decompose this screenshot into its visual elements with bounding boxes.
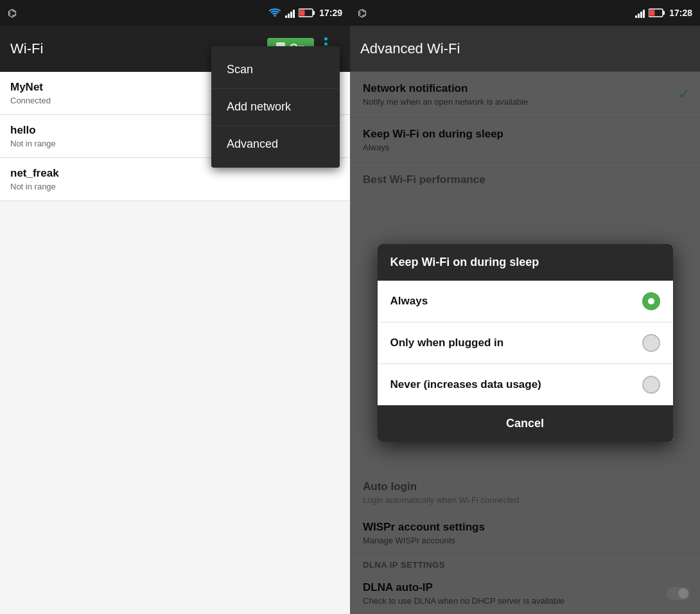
sleep-dialog: Keep Wi-Fi on during sleep Always Only w… xyxy=(378,244,673,442)
left-status-bar: ⌬ 17:29 xyxy=(0,0,350,26)
radio-always[interactable] xyxy=(642,292,660,310)
dialog-option-plugged[interactable]: Only when plugged in xyxy=(378,322,673,364)
dialog-option-plugged-text: Only when plugged in xyxy=(390,337,504,349)
settings-content: Network notification Notify me when an o… xyxy=(350,72,700,614)
right-status-icons: ⌬ xyxy=(358,7,367,19)
dialog-option-never[interactable]: Never (increases data usage) xyxy=(378,364,673,405)
right-status-right: 17:28 xyxy=(635,8,692,18)
dropdown-item-scan[interactable]: Scan xyxy=(211,51,340,89)
right-panel: ⌬ 17:28 Advanced Wi-Fi Network notificat… xyxy=(350,0,700,614)
battery-icon xyxy=(299,8,315,17)
left-status-right: 17:29 xyxy=(268,8,342,18)
wifi-icon xyxy=(268,8,281,18)
dialog-overlay: Keep Wi-Fi on during sleep Always Only w… xyxy=(350,72,700,614)
left-panel: ⌬ 17:29 xyxy=(0,0,350,614)
svg-rect-2 xyxy=(313,11,315,15)
right-app-header: Advanced Wi-Fi xyxy=(350,26,700,72)
wifi-status-netfreak: Not in range xyxy=(10,182,340,191)
wifi-name-netfreak: net_freak xyxy=(10,167,340,180)
radio-never[interactable] xyxy=(642,376,660,394)
left-time: 17:29 xyxy=(319,8,342,18)
right-status-bar: ⌬ 17:28 xyxy=(350,0,700,26)
dialog-option-always[interactable]: Always xyxy=(378,281,673,322)
radio-plugged[interactable] xyxy=(642,334,660,352)
dropdown-item-advanced[interactable]: Advanced xyxy=(211,126,340,162)
svg-rect-5 xyxy=(663,11,665,15)
right-battery-icon xyxy=(649,8,665,17)
svg-rect-3 xyxy=(300,10,305,16)
dialog-option-never-text: Never (increases data usage) xyxy=(390,378,541,391)
left-app-title: Wi-Fi xyxy=(10,40,43,57)
dialog-cancel-button[interactable]: Cancel xyxy=(378,405,673,442)
svg-point-0 xyxy=(274,15,276,17)
left-status-icons: ⌬ xyxy=(8,7,17,19)
dropdown-menu: Scan Add network Advanced xyxy=(211,46,340,168)
right-time: 17:28 xyxy=(669,8,692,18)
svg-rect-6 xyxy=(650,10,655,16)
right-usb-icon: ⌬ xyxy=(358,7,367,19)
right-app-title: Advanced Wi-Fi xyxy=(360,40,460,57)
dialog-title: Keep Wi-Fi on during sleep xyxy=(378,244,673,281)
dialog-option-always-text: Always xyxy=(390,295,428,308)
signal-bars xyxy=(285,8,295,18)
right-signal-bars xyxy=(635,8,645,18)
usb-icon: ⌬ xyxy=(8,7,17,19)
dropdown-item-add-network[interactable]: Add network xyxy=(211,89,340,126)
